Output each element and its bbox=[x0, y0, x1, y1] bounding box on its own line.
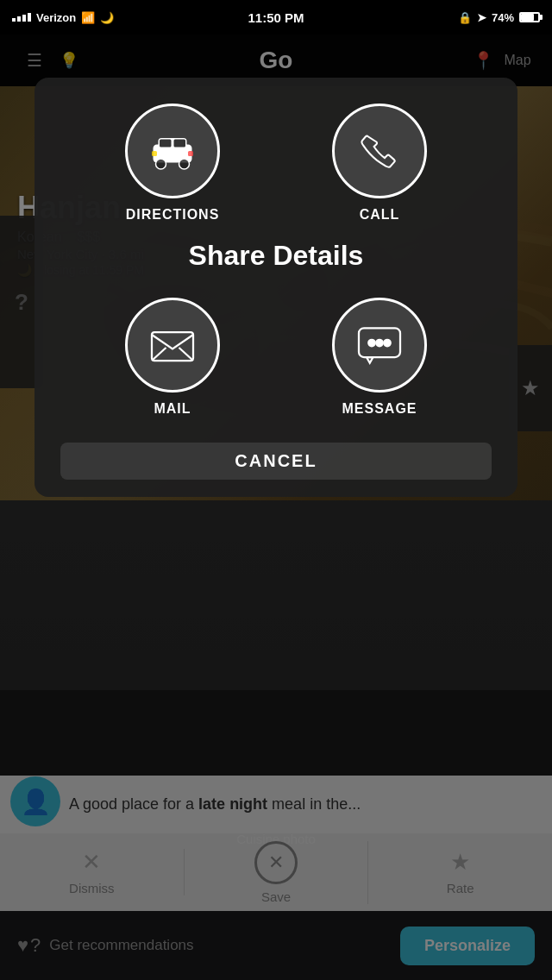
battery-percent: 74% bbox=[492, 11, 514, 24]
svg-point-9 bbox=[179, 159, 190, 169]
svg-rect-7 bbox=[174, 140, 186, 148]
carrier-label: Verizon bbox=[36, 11, 76, 24]
status-time: 11:50 PM bbox=[248, 10, 304, 25]
svg-point-17 bbox=[376, 339, 383, 346]
signal-bar-4 bbox=[28, 13, 31, 22]
call-action[interactable]: CALL bbox=[332, 104, 427, 223]
svg-rect-12 bbox=[152, 332, 193, 361]
mail-action[interactable]: MAIL bbox=[125, 298, 220, 417]
wifi-icon: 📶 bbox=[81, 11, 95, 24]
battery-icon bbox=[519, 12, 540, 22]
call-circle-button[interactable] bbox=[332, 104, 427, 198]
mail-label: MAIL bbox=[154, 401, 191, 417]
message-icon bbox=[354, 322, 405, 369]
directions-circle-button[interactable] bbox=[125, 104, 220, 198]
car-icon bbox=[147, 129, 198, 173]
status-bar: Verizon 📶 🌙 11:50 PM 🔒 ➤ 74% bbox=[0, 0, 552, 35]
svg-rect-10 bbox=[152, 151, 157, 156]
directions-label: DIRECTIONS bbox=[126, 207, 220, 223]
svg-point-8 bbox=[156, 159, 166, 169]
share-modal-title: Share Details bbox=[34, 231, 518, 289]
mail-message-row: MAIL MESSAGE bbox=[34, 289, 518, 434]
svg-line-13 bbox=[152, 348, 166, 361]
signal-bar-1 bbox=[12, 18, 16, 22]
mail-icon bbox=[147, 324, 198, 367]
battery-fill bbox=[521, 14, 534, 21]
call-label: CALL bbox=[360, 207, 400, 223]
message-label: MESSAGE bbox=[342, 401, 417, 417]
location-icon: ➤ bbox=[477, 11, 486, 24]
status-left: Verizon 📶 🌙 bbox=[12, 11, 114, 24]
directions-call-row: DIRECTIONS CALL bbox=[34, 78, 518, 231]
signal-bar-3 bbox=[22, 15, 26, 22]
directions-action[interactable]: DIRECTIONS bbox=[125, 104, 220, 223]
svg-rect-6 bbox=[160, 140, 172, 148]
moon-icon: 🌙 bbox=[100, 11, 114, 24]
signal-bar-2 bbox=[17, 16, 21, 22]
svg-line-14 bbox=[179, 348, 194, 361]
message-action[interactable]: MESSAGE bbox=[332, 298, 427, 417]
share-details-modal: DIRECTIONS CALL Share Details MAI bbox=[34, 78, 518, 497]
status-right: 🔒 ➤ 74% bbox=[458, 11, 540, 24]
svg-point-18 bbox=[384, 339, 391, 346]
phone-icon bbox=[356, 128, 404, 175]
svg-rect-11 bbox=[188, 151, 193, 156]
mail-circle-button[interactable] bbox=[125, 298, 220, 393]
cancel-button[interactable]: CANCEL bbox=[60, 443, 492, 480]
lock-icon: 🔒 bbox=[458, 11, 472, 24]
svg-point-16 bbox=[368, 339, 375, 346]
signal-bars bbox=[12, 13, 31, 22]
message-circle-button[interactable] bbox=[332, 298, 427, 393]
